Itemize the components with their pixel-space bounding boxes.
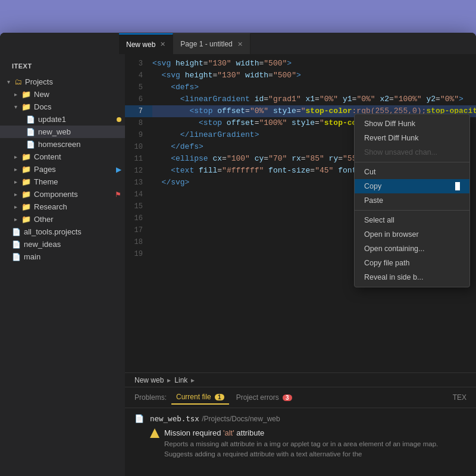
folder-content-label: Content: [34, 152, 121, 161]
line-num-12: 12: [125, 165, 152, 177]
line-content-13: </svg>: [152, 177, 189, 189]
main-layout: iText ▾ 🗂 Projects ▸ 📁 New ▾ 📁 Docs 📄: [0, 54, 476, 476]
folder-icon-theme: 📁: [21, 177, 31, 186]
folder-new-label: New: [34, 90, 121, 99]
problem-highlight: 'alt': [223, 428, 234, 437]
badge-flag-components: ⚑: [115, 190, 121, 199]
file-all-tools-label: all_tools.projects: [24, 227, 121, 236]
tab-close-new-web[interactable]: ✕: [160, 41, 165, 48]
file-icon-homescreen: 📄: [26, 140, 35, 149]
badge-arrow-pages: ▶: [116, 165, 121, 174]
sidebar-item-docs[interactable]: ▾ 📁 Docs: [0, 101, 125, 113]
projects-label: Projects: [25, 77, 121, 86]
line-content-3: <svg height="130" width="500">: [152, 58, 292, 70]
file-icon-new-ideas: 📄: [12, 240, 21, 249]
cursor-indicator: [455, 182, 460, 190]
file-icon-new-web: 📄: [26, 128, 35, 136]
ctx-show-unsaved: Show unsaved chan...: [355, 145, 469, 159]
arrow-icon-docs: ▾: [12, 104, 19, 110]
ctx-paste[interactable]: Paste: [355, 193, 469, 208]
problem-filename: new_web.tsx: [150, 414, 199, 423]
editor-area: 3 <svg height="130" width="500"> 4 <svg …: [125, 54, 476, 476]
arrow-icon-new: ▸: [12, 91, 19, 98]
sidebar-item-new-web[interactable]: 📄 new_web: [0, 126, 125, 138]
warning-icon: [150, 428, 159, 438]
folder-icon-docs: 📁: [21, 102, 31, 111]
tab-label: New web: [126, 40, 155, 49]
arrow-icon-components: ▸: [12, 191, 19, 198]
tab-label-page1: Page 1 - untitled: [180, 40, 232, 48]
file-main-label: main: [24, 252, 121, 261]
file-homescreen-label: homescreen: [38, 140, 121, 149]
ctx-copy-file-path[interactable]: Copy file path: [355, 256, 469, 270]
sidebar-item-content[interactable]: ▸ 📁 Content: [0, 151, 125, 163]
line-num-6: 6: [125, 93, 152, 105]
breadcrumb-link[interactable]: Link: [174, 376, 187, 384]
panel-right-label: TEX: [453, 393, 466, 402]
ctx-select-all[interactable]: Select all: [355, 213, 469, 227]
breadcrumb-arrow-1: ▸: [167, 376, 171, 384]
sidebar-item-update1[interactable]: 📄 update1: [0, 113, 125, 126]
sidebar-item-new-ideas[interactable]: 📄 new_ideas: [0, 238, 125, 250]
ctx-cut[interactable]: Cut: [355, 165, 469, 179]
sidebar-item-all-tools[interactable]: 📄 all_tools.projects: [0, 226, 125, 238]
arrow-icon-other: ▸: [12, 216, 19, 223]
file-icon-main: 📄: [12, 253, 21, 261]
breadcrumb-new-web[interactable]: New web: [134, 376, 164, 384]
sidebar-item-components[interactable]: ▸ 📁 Components ⚑: [0, 188, 125, 201]
folder-pages-label: Pages: [34, 165, 114, 174]
sidebar-item-main[interactable]: 📄 main: [0, 250, 125, 263]
sidebar-item-new[interactable]: ▸ 📁 New: [0, 88, 125, 101]
line-num-5: 5: [125, 82, 152, 93]
ctx-divider-1: [355, 162, 469, 162]
arrow-icon: ▾: [5, 79, 12, 85]
code-line-4: 4 <svg height="130" width="500">: [125, 70, 476, 82]
tab-current-file-badge: 1: [215, 394, 224, 400]
tab-current-file-label: Current file: [176, 393, 211, 401]
file-icon-all-tools: 📄: [12, 228, 21, 236]
folder-icon-pages: 📁: [21, 165, 31, 174]
panel-tab-current-file[interactable]: Current file 1: [171, 390, 229, 405]
line-num-10: 10: [125, 141, 152, 153]
line-num-8: 8: [125, 117, 152, 129]
sidebar-item-pages[interactable]: ▸ 📁 Pages ▶: [0, 163, 125, 176]
ctx-open-containing[interactable]: Open containing...: [355, 242, 469, 256]
code-line-6: 6 <linearGradient id="grad1" x1="0%" y1=…: [125, 93, 476, 105]
sidebar-item-research[interactable]: ▸ 📁 Research: [0, 201, 125, 213]
ctx-divider-2: [355, 210, 469, 211]
folder-other-label: Other: [34, 215, 121, 224]
sidebar-item-other[interactable]: ▸ 📁 Other: [0, 213, 125, 226]
file-new-ideas-label: new_ideas: [24, 240, 121, 249]
tab-new-web[interactable]: New web ✕: [119, 33, 173, 54]
problem-path: /Projects/Docs/new_web: [202, 415, 280, 423]
ctx-revert-diff-hunk[interactable]: Revert Diff Hunk: [355, 131, 469, 145]
sidebar-item-theme[interactable]: ▸ 📁 Theme: [0, 176, 125, 188]
line-content-10: </defs>: [152, 141, 203, 153]
ctx-show-diff-hunk[interactable]: Show Diff Hunk: [355, 117, 469, 131]
problem-desc: Reports a missing alt attribute in a img…: [164, 439, 466, 460]
line-content-5: <defs>: [152, 82, 199, 93]
folder-research-label: Research: [34, 202, 121, 211]
file-new-web-label: new_web: [38, 127, 121, 136]
sidebar-item-homescreen[interactable]: 📄 homescreen: [0, 138, 125, 151]
problem-item-1: 📄 new_web.tsx /Projects/Docs/new_web Mis…: [125, 408, 476, 465]
tab-page1[interactable]: Page 1 - untitled ✕: [173, 33, 250, 54]
problem-content: new_web.tsx /Projects/Docs/new_web Missi…: [150, 413, 466, 460]
line-num-13: 13: [125, 177, 152, 189]
folder-docs-label: Docs: [34, 102, 121, 111]
line-num-9: 9: [125, 129, 152, 141]
ctx-reveal-side[interactable]: Reveal in side b...: [355, 270, 469, 284]
arrow-icon-pages: ▸: [12, 166, 19, 173]
line-content-6: <linearGradient id="grad1" x1="0%" y1="0…: [152, 93, 464, 105]
breadcrumb-bar: New web ▸ Link ▸: [125, 372, 476, 387]
tab-close-page1[interactable]: ✕: [237, 41, 243, 48]
line-num-11: 11: [125, 153, 152, 165]
line-num-7: 7: [125, 105, 152, 117]
sidebar-app-title: iText: [0, 54, 125, 76]
sidebar-item-projects[interactable]: ▾ 🗂 Projects: [0, 76, 125, 88]
folder-icon-research: 📁: [21, 202, 31, 211]
panel-tab-project-errors[interactable]: Project errors 3: [231, 391, 297, 404]
tab-bar: New web ✕ Page 1 - untitled ✕: [0, 33, 476, 54]
ctx-open-browser[interactable]: Open in browser: [355, 227, 469, 242]
ctx-copy[interactable]: Copy: [355, 179, 469, 193]
